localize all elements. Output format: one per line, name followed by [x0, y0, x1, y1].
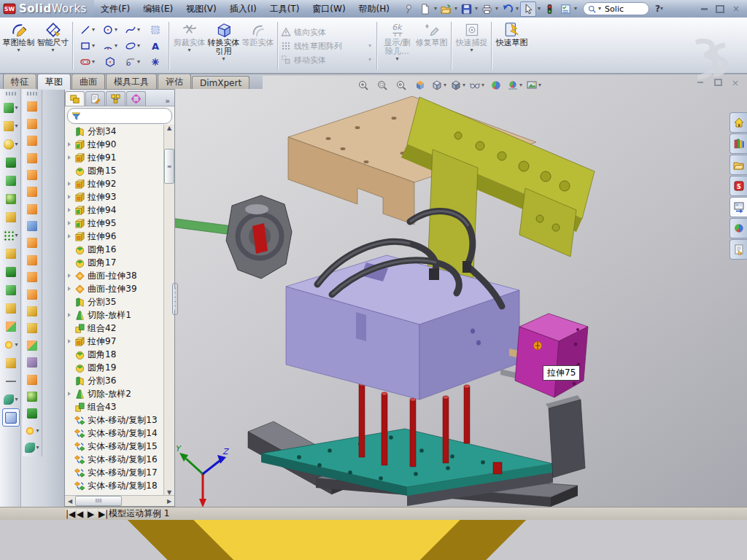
mold-toolbar-button-3[interactable] — [23, 149, 41, 166]
sketch-entity-circle[interactable]: ▾ — [98, 23, 121, 38]
tree-item-19[interactable]: 分割36 — [66, 374, 164, 387]
sketch-entity-rectangle[interactable]: ▾ — [76, 39, 98, 54]
mold-toolbar-button-11[interactable] — [23, 286, 41, 303]
mold-toolbar-button-12[interactable] — [23, 303, 41, 319]
print-button[interactable] — [479, 2, 494, 16]
taskpane-tab-file-explorer[interactable] — [729, 155, 747, 175]
search-box[interactable]: ▾ — [583, 2, 649, 15]
tree-item-20[interactable]: 切除-放样2 — [66, 387, 164, 400]
panel-splitter[interactable] — [172, 283, 178, 315]
features-toolbar-button-8[interactable] — [2, 244, 20, 262]
mold-toolbar-button-19[interactable]: ▾ — [23, 422, 41, 439]
taskpane-tab-design-library[interactable] — [729, 133, 747, 154]
tab-模具工具[interactable]: 模具工具 — [106, 74, 157, 89]
expand-arrow[interactable] — [66, 234, 72, 238]
mold-toolbar-button-7[interactable] — [23, 217, 41, 234]
sketch-entity-ellipse[interactable]: ▾ — [121, 39, 144, 54]
menu-item-3[interactable]: 插入(I) — [223, 3, 263, 15]
tree-item-18[interactable]: 圆角19 — [66, 361, 164, 374]
mold-toolbar-button-18[interactable] — [23, 405, 41, 422]
expand-arrow[interactable] — [66, 313, 72, 317]
view-settings-button[interactable]: ▾ — [525, 78, 542, 92]
ribbon-button-smart-dimension[interactable]: 智能尺寸▾ — [36, 19, 70, 73]
mold-toolbar-button-8[interactable] — [23, 235, 41, 252]
ribbon-button-mirror[interactable]: 镜向实体 — [281, 26, 374, 39]
sketch-entity-slot[interactable]: ▾ — [76, 55, 98, 70]
menu-item-1[interactable]: 编辑(E) — [136, 3, 179, 15]
ribbon-button-offset[interactable]: 等距实体 — [241, 19, 275, 73]
menu-item-5[interactable]: 窗口(W) — [306, 3, 352, 15]
tree-item-17[interactable]: 圆角18 — [66, 348, 164, 361]
tree-item-25[interactable]: 实体-移动/复制16 — [66, 453, 164, 466]
tree-item-14[interactable]: 切除-放样1 — [66, 308, 164, 322]
ribbon-button-repair-sketch[interactable]: 修复草图 — [414, 19, 449, 73]
mold-toolbar-button-5[interactable] — [23, 184, 41, 201]
save-button[interactable] — [459, 2, 473, 16]
print-dropdown[interactable]: ▾ — [495, 6, 498, 12]
model-tab-运动算例 1[interactable]: 运动算例 1 — [126, 508, 169, 520]
toolbar-grip[interactable] — [6, 92, 16, 96]
display-style-button[interactable]: ▾ — [449, 78, 466, 92]
section-view-button[interactable] — [411, 78, 428, 92]
features-toolbar-button-1[interactable]: ▾ — [2, 117, 20, 135]
expand-arrow[interactable] — [66, 182, 72, 186]
tree-item-9[interactable]: 圆角16 — [66, 243, 164, 256]
expand-arrow[interactable] — [66, 339, 72, 343]
help-button[interactable]: ? — [655, 4, 660, 14]
expand-arrow[interactable] — [66, 195, 72, 199]
expand-arrow[interactable] — [66, 155, 72, 160]
help-dropdown[interactable]: ▾ — [660, 6, 663, 12]
tree-item-21[interactable]: 组合43 — [66, 400, 164, 413]
tree-item-27[interactable]: 实体-移动/复制18 — [66, 479, 164, 492]
close-button[interactable]: × — [729, 4, 743, 15]
zoom-fit-button[interactable] — [355, 78, 371, 92]
options-list-button[interactable] — [558, 2, 573, 16]
ribbon-button-sketch-pencil[interactable]: 草图绘制▾ — [1, 19, 36, 73]
features-toolbar-button-10[interactable] — [2, 281, 20, 299]
open-button[interactable] — [438, 2, 453, 16]
mold-toolbar-button-14[interactable] — [23, 337, 41, 354]
options-list-dropdown[interactable]: ▾ — [574, 6, 577, 12]
tree-item-16[interactable]: 拉伸97 — [66, 335, 164, 348]
taskpane-tab-appearances[interactable] — [729, 218, 747, 238]
tree-horizontal-scrollbar[interactable]: ◀⦀⦀⦀▶ — [65, 495, 174, 506]
magenta-block-part[interactable] — [515, 314, 588, 397]
expand-arrow[interactable] — [66, 142, 72, 147]
features-toolbar-button-15[interactable] — [2, 372, 20, 390]
features-toolbar-button-14[interactable] — [2, 354, 20, 372]
taskpane-tab-sw-resources[interactable]: S — [729, 176, 747, 196]
save-dropdown[interactable]: ▾ — [475, 6, 478, 12]
tree-filter-field[interactable] — [67, 108, 172, 124]
menu-item-0[interactable]: 文件(F) — [94, 3, 136, 15]
features-toolbar-button-7[interactable]: ▾ — [2, 226, 20, 244]
panel-overflow-chevron[interactable]: » — [165, 96, 174, 106]
configurationmanager-tab[interactable] — [106, 91, 125, 106]
tree-item-3[interactable]: 圆角15 — [66, 164, 164, 177]
tree-item-0[interactable]: 分割34 — [66, 125, 164, 138]
sketch-entity-spline[interactable]: ▾ — [121, 23, 144, 38]
mold-toolbar-button-0[interactable] — [23, 98, 41, 115]
sketch-entity-point[interactable] — [144, 55, 166, 70]
tree-item-11[interactable]: 曲面-拉伸38 — [66, 269, 164, 282]
view-orientation-button[interactable]: ▾ — [430, 78, 447, 92]
features-toolbar-button-5[interactable] — [2, 190, 20, 208]
tab-next-button[interactable]: ▶ — [88, 509, 98, 518]
menu-item-4[interactable]: 工具(T) — [263, 3, 306, 15]
sketch-entity-polygon[interactable] — [98, 55, 121, 70]
tree-item-5[interactable]: 拉伸93 — [66, 190, 164, 203]
mold-toolbar-button-9[interactable] — [23, 252, 41, 268]
search-input[interactable] — [603, 4, 644, 15]
tree-item-24[interactable]: 实体-移动/复制15 — [66, 440, 164, 453]
mold-toolbar-button-13[interactable] — [23, 320, 41, 337]
features-toolbar-button-13[interactable]: ▾ — [2, 335, 20, 354]
sketch-entity-arc[interactable]: ▾ — [98, 39, 121, 54]
tab-草图[interactable]: 草图 — [37, 74, 71, 90]
mold-toolbar-button-1[interactable] — [23, 115, 41, 132]
mold-toolbar-button-17[interactable] — [23, 388, 41, 405]
select-cursor-dropdown[interactable]: ▾ — [538, 6, 541, 12]
features-toolbar-button-0[interactable]: ▾ — [2, 98, 20, 117]
tab-prev-button[interactable]: ◀ — [77, 509, 87, 518]
sketch-entity-select-box[interactable] — [144, 23, 166, 38]
features-toolbar-button-12[interactable] — [2, 317, 20, 335]
mold-toolbar-button-15[interactable] — [23, 354, 41, 371]
